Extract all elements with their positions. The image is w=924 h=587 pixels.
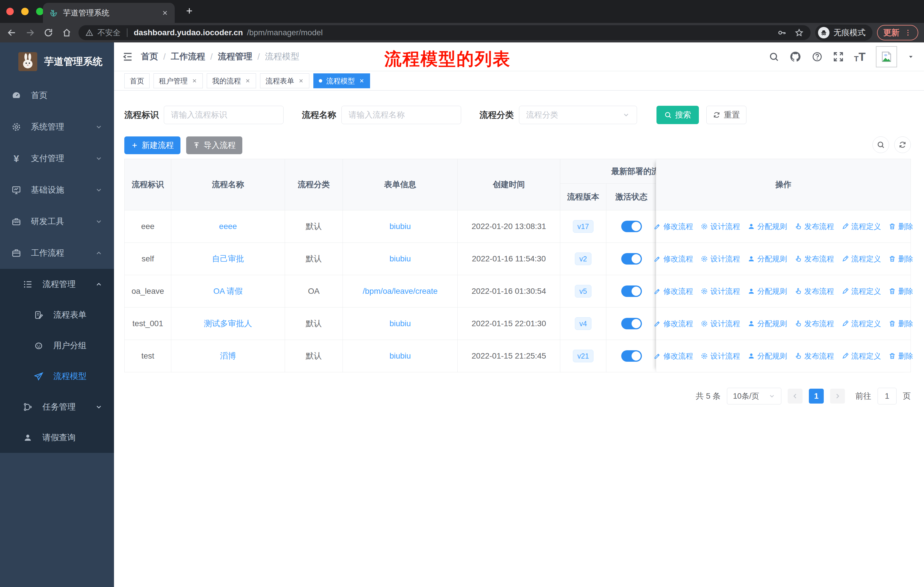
- sidebar-item-leave-query[interactable]: 请假查询: [0, 422, 114, 453]
- prev-page-button[interactable]: [788, 389, 803, 403]
- edit-process-link[interactable]: 修改流程: [653, 351, 693, 361]
- model-name-link[interactable]: 自己审批: [212, 253, 244, 264]
- back-icon[interactable]: [7, 28, 16, 38]
- model-name-link[interactable]: 滔博: [220, 351, 236, 361]
- forward-icon[interactable]: [25, 28, 35, 38]
- active-toggle[interactable]: [621, 221, 642, 232]
- edit-process-link[interactable]: 修改流程: [653, 254, 693, 264]
- publish-process-link[interactable]: 发布流程: [795, 319, 834, 329]
- new-tab-button[interactable]: [185, 6, 194, 15]
- sidebar-item-payment[interactable]: ¥ 支付管理: [0, 143, 114, 174]
- breadcrumb-workflow[interactable]: 工作流程: [171, 51, 205, 63]
- assign-rule-link[interactable]: 分配规则: [747, 286, 787, 296]
- delete-link[interactable]: 删除: [888, 286, 913, 296]
- design-process-link[interactable]: 设计流程: [701, 222, 740, 231]
- process-definition-link[interactable]: 流程定义: [842, 286, 881, 296]
- toggle-search-button[interactable]: [873, 136, 889, 153]
- page-size-select[interactable]: 10条/页: [727, 388, 781, 404]
- security-label[interactable]: 不安全: [97, 28, 120, 38]
- tag-process-form[interactable]: 流程表单: [260, 73, 309, 88]
- breadcrumb-home[interactable]: 首页: [141, 51, 158, 63]
- bookmark-star-icon[interactable]: [795, 28, 804, 37]
- refresh-table-button[interactable]: [894, 136, 911, 153]
- publish-process-link[interactable]: 发布流程: [795, 286, 834, 296]
- assign-rule-link[interactable]: 分配规则: [747, 319, 787, 329]
- model-name-link[interactable]: eeee: [219, 222, 237, 231]
- publish-process-link[interactable]: 发布流程: [795, 351, 834, 361]
- active-toggle[interactable]: [621, 318, 642, 329]
- delete-link[interactable]: 删除: [888, 254, 913, 264]
- active-toggle[interactable]: [621, 350, 642, 362]
- process-definition-link[interactable]: 流程定义: [842, 222, 881, 231]
- sidebar-item-process-model[interactable]: 流程模型: [0, 361, 114, 392]
- github-icon[interactable]: [789, 51, 802, 63]
- model-name-link[interactable]: OA 请假: [213, 286, 243, 297]
- design-process-link[interactable]: 设计流程: [701, 319, 740, 329]
- sidebar-collapse-icon[interactable]: [114, 51, 141, 63]
- tag-my-process[interactable]: 我的流程: [207, 73, 256, 88]
- delete-link[interactable]: 删除: [888, 319, 913, 329]
- sidebar-item-workflow[interactable]: 工作流程: [0, 237, 114, 269]
- sidebar-item-dev-tools[interactable]: 研发工具: [0, 206, 114, 237]
- avatar[interactable]: [876, 46, 897, 67]
- reload-icon[interactable]: [43, 28, 53, 38]
- design-process-link[interactable]: 设计流程: [701, 254, 740, 264]
- sidebar-logo-row[interactable]: 芋道管理系统: [0, 42, 114, 80]
- reset-button[interactable]: 重置: [706, 106, 746, 124]
- font-size-icon[interactable]: TT: [854, 51, 866, 63]
- edit-process-link[interactable]: 修改流程: [653, 319, 693, 329]
- form-info-link[interactable]: biubiu: [389, 319, 411, 328]
- create-process-button[interactable]: 新建流程: [124, 136, 180, 154]
- model-name-input[interactable]: [342, 106, 461, 124]
- tag-process-model[interactable]: 流程模型: [314, 73, 370, 88]
- design-process-link[interactable]: 设计流程: [701, 286, 740, 296]
- breadcrumb-process-management[interactable]: 流程管理: [218, 51, 252, 63]
- sidebar-item-process-management[interactable]: 流程管理: [0, 269, 114, 299]
- avatar-caret-down-icon[interactable]: [908, 53, 914, 60]
- tag-home[interactable]: 首页: [124, 73, 150, 88]
- import-process-button[interactable]: 导入流程: [186, 136, 242, 154]
- active-toggle[interactable]: [621, 253, 642, 265]
- process-definition-link[interactable]: 流程定义: [842, 319, 881, 329]
- help-icon[interactable]: [812, 51, 823, 62]
- model-name-link[interactable]: 测试多审批人: [204, 318, 252, 329]
- form-info-link[interactable]: biubiu: [389, 254, 411, 263]
- design-process-link[interactable]: 设计流程: [701, 351, 740, 361]
- assign-rule-link[interactable]: 分配规则: [747, 254, 787, 264]
- sidebar-item-process-form[interactable]: 流程表单: [0, 299, 114, 330]
- tag-tenant-management[interactable]: 租户管理: [153, 73, 203, 88]
- page-number-1[interactable]: 1: [809, 389, 824, 403]
- delete-link[interactable]: 删除: [888, 222, 913, 231]
- model-id-input[interactable]: [164, 106, 284, 124]
- form-info-link[interactable]: /bpm/oa/leave/create: [363, 287, 438, 296]
- next-page-button[interactable]: [830, 389, 845, 403]
- sidebar-item-task-management[interactable]: 任务管理: [0, 392, 114, 422]
- close-icon[interactable]: [298, 78, 304, 84]
- category-select[interactable]: 流程分类: [519, 106, 637, 124]
- form-info-link[interactable]: biubiu: [389, 351, 411, 360]
- sidebar-item-user-group[interactable]: 用户分组: [0, 330, 114, 361]
- fullscreen-icon[interactable]: [833, 51, 844, 62]
- edit-process-link[interactable]: 修改流程: [653, 222, 693, 231]
- sidebar-item-home[interactable]: 首页: [0, 80, 114, 111]
- assign-rule-link[interactable]: 分配规则: [747, 222, 787, 231]
- process-definition-link[interactable]: 流程定义: [842, 254, 881, 264]
- browser-update-button[interactable]: 更新: [877, 25, 918, 40]
- sidebar-item-system[interactable]: 系统管理: [0, 111, 114, 143]
- goto-page-input[interactable]: [878, 388, 896, 404]
- close-icon[interactable]: [359, 78, 365, 84]
- process-definition-link[interactable]: 流程定义: [842, 351, 881, 361]
- minimize-window-button[interactable]: [21, 8, 29, 15]
- close-icon[interactable]: [191, 78, 197, 84]
- active-toggle[interactable]: [621, 286, 642, 297]
- browser-menu-dots-icon[interactable]: [904, 29, 912, 37]
- edit-process-link[interactable]: 修改流程: [653, 286, 693, 296]
- sidebar-item-infrastructure[interactable]: 基础设施: [0, 174, 114, 206]
- search-icon[interactable]: [769, 51, 779, 62]
- delete-link[interactable]: 删除: [888, 351, 913, 361]
- publish-process-link[interactable]: 发布流程: [795, 222, 834, 231]
- close-window-button[interactable]: [6, 8, 14, 15]
- publish-process-link[interactable]: 发布流程: [795, 254, 834, 264]
- password-key-icon[interactable]: [777, 28, 787, 37]
- search-button[interactable]: 搜索: [657, 106, 699, 124]
